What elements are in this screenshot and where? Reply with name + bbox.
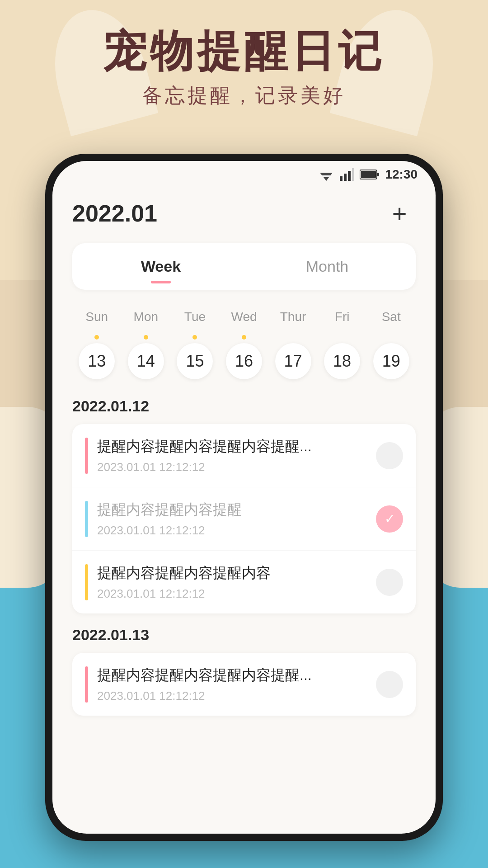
event-item-4[interactable]: 提醒内容提醒内容提醒内容提醒... 2023.01.01 12:12:12 [72,653,416,716]
event-item-3[interactable]: 提醒内容提醒内容提醒内容 2023.01.01 12:12:12 [72,551,416,613]
app-title: 宠物提醒日记 [0,27,488,75]
signal-icon [340,168,354,181]
svg-rect-3 [340,176,343,181]
day-dot-13 [94,335,99,340]
day-label-mon: Mon [122,306,171,328]
event-title-4: 提醒内容提醒内容提醒内容提醒... [97,665,367,685]
section-20220112: 2022.01.12 提醒内容提醒内容提醒内容提醒... 2023.01.01 … [72,397,416,613]
day-circle-18: 18 [324,343,360,379]
section-date-2: 2022.01.13 [72,626,416,644]
tab-month[interactable]: Month [244,249,410,284]
day-circle-19: 19 [373,343,409,379]
event-content-3: 提醒内容提醒内容提醒内容 2023.01.01 12:12:12 [97,563,367,601]
events-list-1: 提醒内容提醒内容提醒内容提醒... 2023.01.01 12:12:12 提醒… [72,424,416,613]
event-check-4[interactable] [376,671,403,698]
svg-marker-2 [324,177,329,181]
app-content: 2022.01 + Week Month Sun Mon Tue Wed Thu… [52,188,436,834]
event-time-1: 2023.01.01 12:12:12 [97,460,367,474]
svg-rect-6 [352,168,354,181]
events-list-2: 提醒内容提醒内容提醒内容提醒... 2023.01.01 12:12:12 [72,653,416,716]
day-cell-16[interactable]: 16 [220,335,269,379]
day-circle-17: 17 [275,343,311,379]
svg-rect-5 [348,171,351,181]
event-content-1: 提醒内容提醒内容提醒内容提醒... 2023.01.01 12:12:12 [97,437,367,474]
event-content-4: 提醒内容提醒内容提醒内容提醒... 2023.01.01 12:12:12 [97,665,367,703]
day-label-wed: Wed [220,306,269,328]
event-item[interactable]: 提醒内容提醒内容提醒内容提醒... 2023.01.01 12:12:12 [72,424,416,487]
app-title-area: 宠物提醒日记 备忘提醒，记录美好 [0,27,488,109]
svg-rect-8 [377,173,379,176]
day-cell-19[interactable]: 19 [366,335,416,379]
svg-rect-9 [361,171,376,178]
day-label-sat: Sat [366,306,416,328]
event-title-1: 提醒内容提醒内容提醒内容提醒... [97,437,367,457]
add-button[interactable]: + [383,197,416,230]
tab-week[interactable]: Week [78,249,244,284]
day-circle-13: 13 [79,343,115,379]
day-dot-15 [192,335,197,340]
event-check-3[interactable] [376,569,403,596]
day-cell-18[interactable]: 18 [318,335,367,379]
svg-rect-4 [344,174,347,181]
event-title-3: 提醒内容提醒内容提醒内容 [97,563,367,583]
event-time-3: 2023.01.01 12:12:12 [97,587,367,601]
section-20220113: 2022.01.13 提醒内容提醒内容提醒内容提醒... 2023.01.01 … [72,626,416,716]
status-bar-right: 12:30 [318,167,418,182]
day-dot-16 [242,335,246,340]
event-bar-blue [85,501,88,537]
day-circle-14: 14 [128,343,164,379]
app-header: 2022.01 + [72,197,416,230]
current-date: 2022.01 [72,200,157,227]
day-label-tue: Tue [170,306,220,328]
phone-frame: 12:30 2022.01 + Week Month Sun [45,154,443,841]
day-cell-17[interactable]: 17 [268,335,318,379]
event-item-2[interactable]: 提醒内容提醒内容提醒 2023.01.01 12:12:12 ✓ [72,487,416,551]
status-bar: 12:30 [52,161,436,188]
event-bar-yellow [85,564,88,600]
day-circle-16: 16 [226,343,262,379]
event-content-2: 提醒内容提醒内容提醒 2023.01.01 12:12:12 [97,500,367,538]
day-cell-14[interactable]: 14 [122,335,171,379]
event-bar-pink-2 [85,666,88,703]
event-check-2[interactable]: ✓ [376,505,403,533]
week-days-header: Sun Mon Tue Wed Thur Fri Sat [72,306,416,328]
day-cell-13[interactable]: 13 [72,335,122,379]
event-title-2: 提醒内容提醒内容提醒 [97,500,367,520]
phone-screen: 12:30 2022.01 + Week Month Sun [52,161,436,834]
day-cell-15[interactable]: 15 [170,335,220,379]
day-circle-15: 15 [177,343,213,379]
tab-switcher: Week Month [72,243,416,290]
app-subtitle: 备忘提醒，记录美好 [0,82,488,109]
status-time: 12:30 [385,167,418,182]
day-dot-14 [144,335,148,340]
day-label-fri: Fri [318,306,367,328]
event-check-1[interactable] [376,442,403,469]
checkmark-icon: ✓ [385,511,395,526]
battery-icon [360,169,380,180]
day-label-thur: Thur [268,306,318,328]
week-days-row: 13 14 15 16 17 [72,335,416,379]
event-time-2: 2023.01.01 12:12:12 [97,524,367,538]
day-label-sun: Sun [72,306,122,328]
event-time-4: 2023.01.01 12:12:12 [97,689,367,703]
event-bar-pink [85,438,88,474]
section-date-1: 2022.01.12 [72,397,416,415]
wifi-icon [318,168,334,181]
